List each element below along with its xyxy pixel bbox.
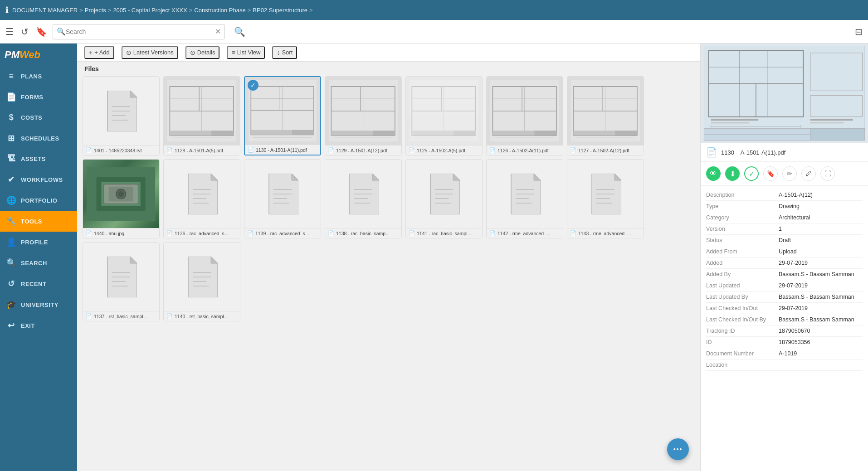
file-card-preview: ✓ (245, 77, 320, 145)
meta-value: Bassam.S - Bassam Samman (779, 294, 854, 300)
file-name-text: 1141 - rac_basic_sampl... (417, 231, 471, 236)
menu-icon[interactable]: ☰ (5, 26, 14, 37)
file-card-name: 📄 1129 - A-1501-A(12).pdf (325, 145, 401, 155)
file-name-text: 1142 - rme_advanced_... (497, 231, 551, 236)
add-button[interactable]: + + Add (84, 46, 114, 59)
file-card[interactable]: 📄 1127 - A-1502-A(12).pdf (567, 76, 644, 155)
sort-button[interactable]: ↕ Sort (272, 46, 297, 59)
fab-button[interactable]: ••• (667, 438, 689, 460)
check-in-out-button[interactable]: ✓ (744, 166, 759, 181)
sidebar-item-portfolio[interactable]: 🌐 PORTFOLIO (0, 190, 77, 211)
content-area: + + Add ⊙ Latest Versions ⊙ Details ≡ Li… (77, 44, 700, 471)
svg-rect-107 (711, 119, 758, 121)
panel-preview-image (701, 44, 868, 143)
search-icon[interactable]: 🔍 (57, 27, 66, 36)
sidebar-item-recent[interactable]: ↺ RECENT (0, 273, 77, 294)
file-card[interactable]: 📄 1143 - rme_advanced_... (567, 159, 644, 238)
file-card-preview (83, 160, 159, 228)
file-card[interactable]: ✓ 📄 1130 - A-1501-A(11).pdf (244, 76, 321, 155)
sidebar-item-exit[interactable]: ↩ EXIT (0, 315, 77, 336)
sidebar: PMWeb ≡ PLANS 📄 FORMS $ COSTS ⊞ SCHEDULE… (0, 44, 77, 471)
action-bar: + + Add ⊙ Latest Versions ⊙ Details ≡ Li… (77, 44, 700, 62)
file-name-text: 1401 - 1485220348.rvt (94, 148, 142, 153)
file-card[interactable]: 📄 1141 - rac_basic_sampl... (405, 159, 483, 238)
file-card[interactable]: 📄 1137 - rst_basic_sampl... (83, 242, 160, 321)
info-icon[interactable]: ℹ (5, 5, 9, 15)
annotate-button[interactable]: 🖊 (801, 166, 816, 181)
breadcrumb-item-4[interactable]: Construction Phase (194, 7, 245, 14)
search-input[interactable] (66, 28, 213, 35)
view-button[interactable]: 👁 (706, 166, 721, 181)
meta-value: 29-07-2019 (779, 305, 808, 311)
meta-value: A-1019 (779, 350, 797, 357)
file-card-preview (325, 77, 401, 145)
file-card-preview (164, 160, 240, 228)
sidebar-item-workflows[interactable]: ✔ WORKFLOWS (0, 169, 77, 190)
list-view-button[interactable]: ≡ List View (227, 46, 265, 59)
meta-row: Tracking ID 1879050670 (706, 325, 863, 337)
sort-icon: ↕ (277, 49, 280, 56)
sidebar-item-forms[interactable]: 📄 FORMS (0, 87, 77, 107)
sidebar-item-tools[interactable]: 🔧 TOOLs (0, 211, 77, 232)
zoom-icon[interactable]: 🔍 (234, 26, 245, 37)
file-card[interactable]: 📄 1140 - rst_basic_sampl... (163, 242, 240, 321)
tools-icon: 🔧 (6, 216, 16, 226)
sidebar-item-costs[interactable]: $ COSTS (0, 107, 77, 128)
file-card[interactable]: 📄 1129 - A-1501-A(12).pdf (325, 76, 402, 155)
search-nav-icon: 🔍 (6, 258, 16, 268)
file-card[interactable]: 📄 1128 - A-1501-A(5).pdf (163, 76, 240, 155)
file-name-text: 1143 - rme_advanced_... (578, 231, 631, 236)
logo: PMWeb (5, 49, 40, 61)
bookmark-icon[interactable]: 🔖 (36, 26, 47, 37)
sidebar-item-plans[interactable]: ≡ PLANS (0, 66, 77, 87)
profile-icon: 👤 (6, 237, 16, 247)
file-card[interactable]: 📄 1440 - ahu.jpg (83, 159, 160, 238)
file-card[interactable]: 📄 1136 - rac_advanced_s... (163, 159, 240, 238)
clear-search-icon[interactable]: ✕ (215, 27, 221, 36)
latest-versions-button[interactable]: ⊙ Latest Versions (122, 46, 178, 59)
sidebar-item-search-label: SEARCH (21, 260, 47, 267)
selected-badge: ✓ (248, 80, 258, 91)
sidebar-item-university[interactable]: 🎓 UNIVERSITY (0, 294, 77, 315)
sidebar-item-search[interactable]: 🔍 SEARCH (0, 252, 77, 273)
history-icon[interactable]: ↺ (21, 26, 29, 37)
meta-row: Added 29-07-2019 (706, 257, 863, 269)
file-card-name: 📄 1138 - rac_basic_samp... (325, 228, 401, 238)
file-name-text: 1126 - A-1502-A(11).pdf (497, 148, 549, 153)
file-card[interactable]: 📄 1125 - A-1502-A(5).pdf (405, 76, 483, 155)
file-card[interactable]: 📄 1401 - 1485220348.rvt (83, 76, 160, 155)
list-view-icon: ≡ (231, 49, 235, 56)
file-card[interactable]: 📄 1126 - A-1502-A(11).pdf (486, 76, 563, 155)
expand-button[interactable]: ⛶ (820, 166, 835, 181)
breadcrumb-item-3[interactable]: 2005 - Capital Project XXXX (113, 7, 187, 14)
sidebar-item-profile[interactable]: 👤 PROFILE (0, 232, 77, 252)
meta-label: Tracking ID (706, 328, 779, 334)
bookmark-panel-button[interactable]: 🔖 (763, 166, 778, 181)
edit-panel-button[interactable]: ✏ (782, 166, 797, 181)
svg-rect-29 (373, 131, 395, 136)
file-card-preview (164, 77, 240, 145)
files-grid: 📄 1401 - 1485220348.rvt (77, 74, 700, 471)
meta-label: ID (706, 339, 779, 345)
file-card-name: 📄 1136 - rac_advanced_s... (164, 228, 240, 238)
details-button[interactable]: ⊙ Details (185, 46, 220, 59)
file-card[interactable]: 📄 1138 - rac_basic_samp... (325, 159, 402, 238)
add-icon: + (89, 49, 93, 56)
meta-value: A-1501-A(12) (779, 192, 813, 198)
sidebar-item-assets[interactable]: 🏗 ASSETS (0, 149, 77, 169)
sidebar-item-schedules[interactable]: ⊞ SCHEDULES (0, 128, 77, 149)
sidebar-item-plans-label: PLANS (21, 73, 42, 80)
panel-actions: 👁 ⬇ ✓ 🔖 ✏ 🖊 ⛶ (701, 162, 868, 186)
breadcrumb-item-2[interactable]: Projects (85, 7, 106, 14)
settings-icon[interactable]: ⊟ (855, 26, 863, 37)
breadcrumb-item-5[interactable]: BP02 Superstructure (253, 7, 307, 14)
assets-icon: 🏗 (6, 154, 16, 164)
meta-value: Draft (779, 237, 791, 243)
file-card-preview (83, 77, 159, 145)
download-button[interactable]: ⬇ (725, 166, 740, 181)
file-card-preview (406, 160, 482, 228)
file-card[interactable]: 📄 1142 - rme_advanced_... (486, 159, 563, 238)
file-type-icon: 📄 (86, 313, 92, 319)
file-card[interactable]: 📄 1139 - rac_advanced_s... (244, 159, 321, 238)
breadcrumb-item-1[interactable]: DOCUMENT MANAGER (12, 7, 78, 14)
